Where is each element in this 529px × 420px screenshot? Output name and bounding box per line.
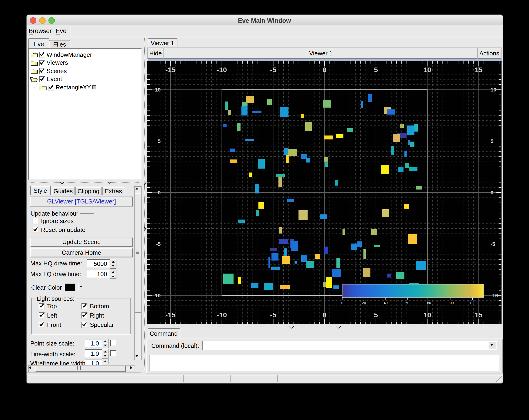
svg-text:0: 0 [322, 66, 326, 73]
svg-text:-5: -5 [270, 66, 276, 73]
svg-text:20: 20 [362, 301, 366, 304]
svg-text:80: 80 [427, 301, 431, 304]
svg-text:0: 0 [490, 189, 493, 195]
svg-text:5: 5 [374, 66, 378, 73]
svg-text:5: 5 [374, 311, 378, 318]
svg-text:0: 0 [341, 301, 343, 304]
svg-text:-5: -5 [156, 241, 160, 247]
svg-text:5: 5 [490, 138, 493, 144]
svg-text:10: 10 [490, 87, 496, 92]
svg-text:100: 100 [448, 301, 453, 304]
svg-text:60: 60 [405, 301, 409, 304]
svg-text:10: 10 [423, 311, 431, 318]
svg-text:-10: -10 [490, 292, 498, 298]
svg-text:5: 5 [158, 138, 160, 144]
svg-text:15: 15 [475, 66, 482, 73]
svg-text:0: 0 [158, 189, 160, 195]
svg-text:-5: -5 [490, 241, 495, 247]
svg-text:-10: -10 [217, 66, 226, 73]
svg-text:-15: -15 [165, 311, 175, 318]
svg-text:-5: -5 [270, 311, 276, 318]
svg-text:10: 10 [155, 87, 160, 92]
svg-text:15: 15 [475, 311, 482, 318]
svg-text:-10: -10 [217, 311, 226, 318]
svg-text:40: 40 [384, 301, 387, 304]
svg-text:10: 10 [423, 66, 431, 73]
svg-text:-15: -15 [165, 66, 175, 73]
svg-text:0: 0 [322, 311, 326, 318]
svg-text:120: 120 [469, 301, 475, 304]
svg-text:-10: -10 [153, 292, 160, 298]
